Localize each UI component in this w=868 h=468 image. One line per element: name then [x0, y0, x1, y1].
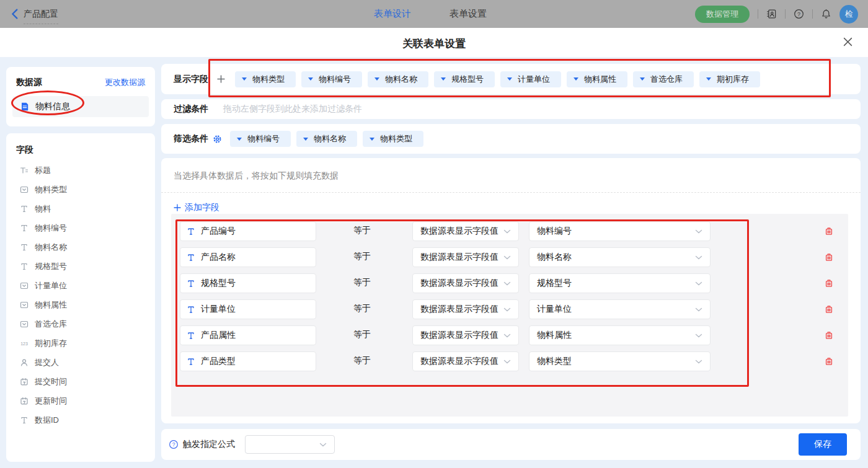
- formula-label: 触发指定公式: [183, 439, 235, 450]
- formula-select[interactable]: [245, 435, 335, 454]
- datasource-item[interactable]: 物料信息: [12, 96, 149, 117]
- text-icon: [187, 227, 195, 236]
- trash-icon: [824, 226, 834, 236]
- field-item[interactable]: 物料属性: [6, 295, 155, 314]
- rule-row: 产品属性 等于 数据源表显示字段值 物料属性: [180, 325, 839, 345]
- display-field-tag[interactable]: 计量单位: [500, 71, 561, 87]
- divider: [785, 9, 786, 19]
- text-icon: [187, 331, 195, 340]
- tag-label: 物料名称: [314, 133, 346, 144]
- close-button[interactable]: [843, 37, 852, 46]
- tag-label: 计量单位: [518, 74, 550, 85]
- rule-value-select[interactable]: 计量单位: [529, 299, 711, 319]
- field-item-label: 提交人: [35, 357, 59, 368]
- rule-value-select[interactable]: 物料类型: [529, 351, 711, 371]
- data-manage-button[interactable]: 数据管理: [695, 6, 750, 23]
- delete-rule-button[interactable]: [824, 226, 834, 236]
- display-field-tag[interactable]: 期初库存: [699, 71, 760, 87]
- add-field-label: 添加字段: [185, 202, 219, 213]
- add-field-button[interactable]: 添加字段: [174, 202, 219, 213]
- tab-form-settings[interactable]: 表单设置: [450, 8, 487, 20]
- rule-field-input[interactable]: 产品名称: [180, 247, 316, 267]
- save-button[interactable]: 保存: [799, 433, 847, 456]
- field-item[interactable]: 规格型号: [6, 257, 155, 276]
- delete-rule-button[interactable]: [824, 252, 834, 262]
- change-datasource-link[interactable]: 更改数据源: [105, 77, 145, 88]
- rule-value-value: 物料类型: [537, 356, 572, 367]
- field-item[interactable]: 物料编号: [6, 218, 155, 237]
- field-item-label: 数据ID: [35, 415, 59, 426]
- rule-source-select[interactable]: 数据源表显示字段值: [412, 351, 519, 371]
- display-field-tag[interactable]: 首选仓库: [633, 71, 694, 87]
- field-item[interactable]: 首选仓库: [6, 314, 155, 333]
- rule-field-input[interactable]: 产品类型: [180, 351, 316, 371]
- tab-form-design[interactable]: 表单设计: [374, 8, 411, 20]
- display-field-tag[interactable]: 物料编号: [301, 71, 362, 87]
- display-field-tag[interactable]: 规格型号: [434, 71, 495, 87]
- delete-rule-button[interactable]: [824, 356, 834, 366]
- rule-value-select[interactable]: 物料名称: [529, 247, 711, 267]
- bell-icon[interactable]: [821, 9, 831, 19]
- rule-source-select[interactable]: 数据源表显示字段值: [412, 221, 519, 241]
- rule-field-label: 规格型号: [201, 278, 236, 289]
- formula-help-icon[interactable]: ?: [169, 439, 179, 449]
- display-field-tag[interactable]: 物料名称: [368, 71, 428, 87]
- rule-field-input[interactable]: 计量单位: [180, 299, 316, 319]
- add-display-field-button[interactable]: [217, 75, 225, 83]
- rule-value-select[interactable]: 物料编号: [529, 221, 711, 241]
- rule-field-input[interactable]: 产品属性: [180, 325, 316, 345]
- field-item[interactable]: 更新时间: [6, 391, 155, 410]
- rules-area: 产品编号 等于 数据源表显示字段值 物料编号: [171, 214, 848, 417]
- field-item[interactable]: 提交人: [6, 353, 155, 372]
- field-item[interactable]: 标题: [6, 161, 155, 180]
- screen-field-tag[interactable]: 物料编号: [230, 131, 291, 147]
- display-field-tag[interactable]: 物料属性: [567, 71, 627, 87]
- select-icon: [20, 301, 29, 309]
- tag-label: 期初库存: [717, 74, 749, 85]
- screen-field-tag[interactable]: 物料类型: [363, 131, 423, 147]
- screen-field-tag[interactable]: 物料名称: [296, 131, 357, 147]
- field-item-label: 首选仓库: [35, 319, 67, 330]
- rule-field-label: 计量单位: [201, 304, 236, 315]
- text-icon: [187, 253, 195, 262]
- chevron-down-icon: [695, 281, 702, 286]
- divider: [812, 9, 813, 19]
- help-icon[interactable]: ?: [794, 9, 804, 19]
- rule-field-input[interactable]: 产品编号: [180, 221, 316, 241]
- filter-dropzone[interactable]: 拖动左侧字段到此处来添加过滤条件: [223, 104, 362, 115]
- rule-value-select[interactable]: 物料属性: [529, 325, 711, 345]
- field-item[interactable]: 数据ID: [6, 410, 155, 430]
- delete-rule-button[interactable]: [824, 304, 834, 314]
- datasource-panel: 数据源 更改数据源 物料信息: [6, 67, 155, 126]
- rule-source-value: 数据源表显示字段值: [420, 226, 498, 237]
- delete-rule-button[interactable]: [824, 278, 834, 288]
- field-item[interactable]: 计量单位: [6, 276, 155, 295]
- chevron-down-icon: [695, 255, 702, 260]
- caret-down-icon: [574, 77, 578, 81]
- field-item[interactable]: 物料类型: [6, 180, 155, 199]
- rule-value-select[interactable]: 规格型号: [529, 273, 711, 293]
- rule-source-value: 数据源表显示字段值: [420, 330, 498, 341]
- field-item[interactable]: 提交时间: [6, 372, 155, 391]
- topbar-actions: 数据管理 ? 检: [695, 0, 858, 28]
- avatar[interactable]: 检: [839, 5, 858, 24]
- rule-source-select[interactable]: 数据源表显示字段值: [412, 273, 519, 293]
- caret-down-icon: [441, 77, 446, 81]
- rule-source-select[interactable]: 数据源表显示字段值: [412, 247, 519, 267]
- contacts-icon[interactable]: [766, 9, 777, 19]
- svg-text:123: 123: [20, 342, 28, 346]
- rule-field-input[interactable]: 规格型号: [180, 273, 316, 293]
- delete-rule-button[interactable]: [824, 330, 834, 340]
- field-item[interactable]: 物料: [6, 199, 155, 218]
- equals-label: 等于: [353, 355, 371, 366]
- fields-title: 字段: [6, 133, 155, 161]
- display-field-tags: 物料类型 物料编号 物料名称 规格型号: [235, 71, 760, 87]
- chevron-down-icon: [503, 333, 511, 338]
- field-item[interactable]: 物料名称: [6, 237, 155, 257]
- calendar-icon: [20, 397, 29, 405]
- rule-source-select[interactable]: 数据源表显示字段值: [412, 325, 519, 345]
- gear-icon[interactable]: [213, 135, 222, 144]
- display-field-tag[interactable]: 物料类型: [235, 71, 296, 87]
- field-item[interactable]: 123 期初库存: [6, 333, 155, 353]
- rule-source-select[interactable]: 数据源表显示字段值: [412, 299, 519, 319]
